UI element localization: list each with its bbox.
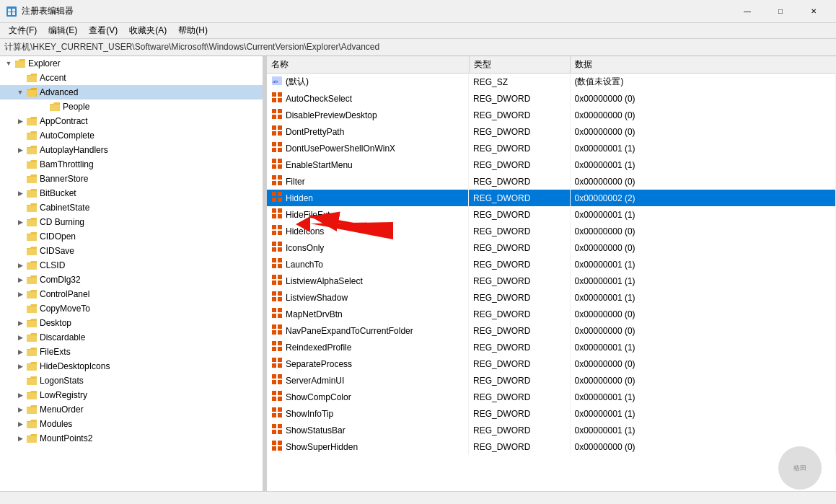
tree-item-cidopen[interactable]: CIDOpen (0, 229, 263, 244)
folder-icon (26, 389, 38, 401)
window-title: 注册表编辑器 (22, 5, 731, 17)
tree-item-explorer[interactable]: ▼ Explorer (0, 56, 263, 71)
table-row[interactable]: ServerAdminUIREG_DWORD0x00000000 (0) (267, 372, 836, 389)
tree-item-autoplayhandlers[interactable]: ▶ AutoplayHandlers (0, 143, 263, 157)
tree-item-modules[interactable]: ▶ Modules (0, 417, 263, 431)
tree-item-autocomplete[interactable]: AutoComplete (0, 128, 263, 143)
table-row[interactable]: ShowInfoTipREG_DWORD0x00000001 (1) (267, 405, 836, 422)
table-row[interactable]: ShowSuperHiddenREG_DWORD0x00000000 (0) (267, 438, 836, 455)
cell-name: SeparateProcess (267, 355, 469, 372)
reg-dword-icon (271, 291, 283, 304)
tree-item-logonstats[interactable]: LogonStats (0, 373, 263, 388)
tree-item-hidedesktopicons[interactable]: ▶ HideDesktopIcons (0, 359, 263, 373)
reg-dword-icon (271, 440, 283, 454)
tree-item-desktop[interactable]: ▶ Desktop (0, 316, 263, 330)
folder-icon (14, 58, 26, 69)
table-row[interactable]: ab(默认)REG_SZ(数值未设置) (267, 74, 836, 91)
tree-item-discardable[interactable]: ▶ Discardable (0, 330, 263, 345)
table-row[interactable]: DisablePreviewDesktopREG_DWORD0x00000000… (267, 107, 836, 123)
tree-item-lowregistry[interactable]: ▶ LowRegistry (0, 388, 263, 402)
tree-panel[interactable]: ▼ Explorer Accent ▼ (0, 56, 263, 491)
tree-item-accent[interactable]: Accent (0, 71, 263, 85)
minimize-button[interactable]: — (731, 0, 764, 23)
values-table[interactable]: 名称 类型 数据 ab(默认)REG_SZ(数值未设置)AutoCheckSel… (267, 56, 836, 491)
table-row[interactable]: MapNetDrvBtnREG_DWORD0x00000000 (0) (267, 306, 836, 322)
table-row[interactable]: SeparateProcessREG_DWORD0x00000000 (0) (267, 355, 836, 372)
folder-icon (26, 144, 38, 156)
menu-edit[interactable]: 编辑(E) (43, 23, 83, 38)
tree-item-appcontract[interactable]: ▶ AppContract (0, 114, 263, 128)
cell-name: Hidden (267, 190, 469, 206)
reg-dword-icon (271, 241, 283, 255)
svg-rect-7 (272, 92, 276, 97)
tree-item-copymoveto[interactable]: CopyMoveTo (0, 301, 263, 316)
table-row[interactable]: AutoCheckSelectREG_DWORD0x00000000 (0) (267, 90, 836, 107)
svg-rect-65 (272, 330, 276, 335)
expand-icon: ▶ (14, 418, 26, 430)
svg-rect-20 (278, 142, 282, 146)
table-row[interactable]: ListviewShadowREG_DWORD0x00000001 (1) (267, 289, 836, 306)
tree-item-cdburning[interactable]: ▶ CD Burning (0, 215, 263, 229)
expand-icon: ▶ (14, 361, 26, 372)
table-row[interactable]: ShowStatusBarREG_DWORD0x00000001 (1) (267, 422, 836, 438)
tree-item-menuorder[interactable]: ▶ MenuOrder (0, 402, 263, 417)
table-row[interactable]: DontPrettyPathREG_DWORD0x00000000 (0) (267, 123, 836, 140)
menu-favorites[interactable]: 收藏夹(A) (123, 23, 172, 38)
tree-label-bitbucket: BitBucket (40, 188, 76, 198)
table-row[interactable]: ReindexedProfileREG_DWORD0x00000001 (1) (267, 339, 836, 355)
folder-icon (26, 418, 38, 430)
tree-label-logonstats: LogonStats (40, 376, 84, 386)
table-row[interactable]: HideFileExtREG_DWORD0x00000001 (1) (267, 206, 836, 223)
tree-item-advanced[interactable]: ▼ Advanced (0, 85, 263, 100)
svg-rect-89 (272, 430, 276, 434)
svg-rect-39 (272, 225, 276, 229)
svg-rect-40 (278, 225, 282, 229)
table-row[interactable]: ListviewAlphaSelectREG_DWORD0x00000001 (… (267, 273, 836, 289)
expand-spacer9 (14, 375, 26, 386)
maximize-button[interactable]: □ (764, 0, 797, 23)
cell-name-text: ShowCompColor (286, 392, 351, 402)
cell-name: ListviewShadow (267, 289, 469, 306)
tree-item-controlpanel[interactable]: ▶ ControlPanel (0, 287, 263, 301)
reg-dword-icon (271, 174, 283, 188)
table-row[interactable]: ShowCompColorREG_DWORD0x00000001 (1) (267, 389, 836, 405)
table-row[interactable]: HideIconsREG_DWORD0x00000000 (0) (267, 223, 836, 239)
svg-rect-42 (278, 231, 282, 235)
table-row[interactable]: FilterREG_DWORD0x00000000 (0) (267, 173, 836, 190)
svg-rect-46 (278, 247, 282, 252)
col-data-header[interactable]: 数据 (570, 56, 836, 74)
tree-label-clsid: CLSID (40, 260, 65, 270)
cell-data: 0x00000000 (0) (570, 306, 836, 322)
tree-item-bannerstore[interactable]: BannerStore (0, 172, 263, 186)
tree-item-people[interactable]: People (0, 100, 263, 114)
tree-item-bitbucket[interactable]: ▶ BitBucket (0, 186, 263, 200)
table-row[interactable]: HiddenREG_DWORD0x00000002 (2) (267, 190, 836, 206)
svg-rect-49 (272, 264, 276, 268)
menu-help[interactable]: 帮助(H) (172, 23, 214, 38)
menu-view[interactable]: 查看(V) (83, 23, 123, 38)
menu-file[interactable]: 文件(F) (3, 23, 43, 38)
tree-item-fileexts[interactable]: ▶ FileExts (0, 345, 263, 359)
tree-item-cabinetstate[interactable]: CabinetState (0, 200, 263, 215)
col-type-header[interactable]: 类型 (469, 56, 570, 74)
cell-type: REG_DWORD (469, 339, 570, 355)
cell-data: 0x00000001 (1) (570, 339, 836, 355)
table-row[interactable]: NavPaneExpandToCurrentFolderREG_DWORD0x0… (267, 322, 836, 339)
folder-icon (26, 245, 38, 257)
table-row[interactable]: EnableStartMenuREG_DWORD0x00000001 (1) (267, 156, 836, 173)
close-button[interactable]: ✕ (797, 0, 830, 23)
tree-item-bamthrottling[interactable]: BamThrottling (0, 157, 263, 172)
table-row[interactable]: LaunchToREG_DWORD0x00000001 (1) (267, 256, 836, 273)
tree-item-comdlg32[interactable]: ▶ ComDlg32 (0, 273, 263, 287)
svg-rect-85 (272, 413, 276, 417)
svg-rect-8 (278, 92, 282, 97)
tree-item-cidsave[interactable]: CIDSave (0, 244, 263, 258)
tree-item-mountpoints2[interactable]: ▶ MountPoints2 (0, 431, 263, 446)
expand-icon: ▶ (14, 317, 26, 329)
table-row[interactable]: IconsOnlyREG_DWORD0x00000000 (0) (267, 239, 836, 256)
tree-item-clsid[interactable]: ▶ CLSID (0, 258, 263, 273)
col-name-header[interactable]: 名称 (267, 56, 469, 74)
svg-rect-25 (272, 164, 276, 169)
tree-label-controlpanel: ControlPanel (40, 289, 89, 299)
table-row[interactable]: DontUsePowerShellOnWinXREG_DWORD0x000000… (267, 140, 836, 156)
